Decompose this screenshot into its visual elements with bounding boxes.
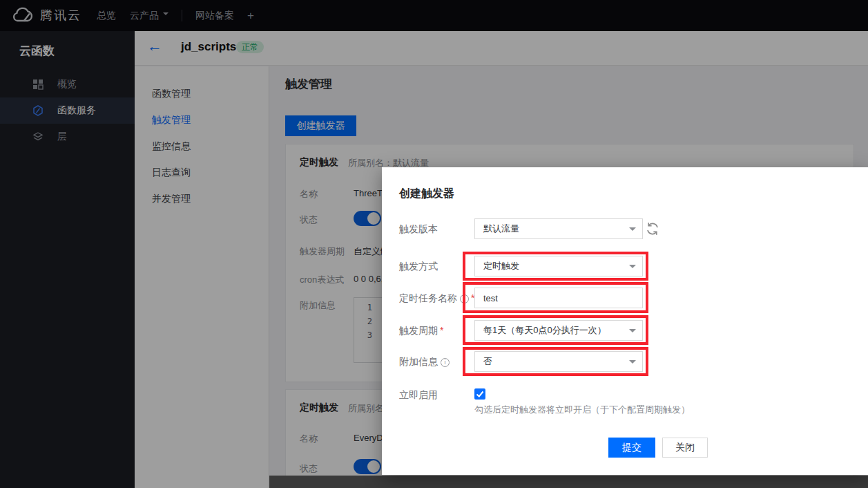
trigger-type-select[interactable]: 定时触发 xyxy=(474,256,643,276)
enable-helper-text: 勾选后定时触发器将立即开启（于下个配置周期触发） xyxy=(474,404,690,416)
chevron-down-icon xyxy=(629,227,636,231)
info-icon: i xyxy=(460,294,469,303)
submit-button[interactable]: 提交 xyxy=(608,438,655,458)
trigger-period-select[interactable]: 每1天（每天0点0分执行一次） xyxy=(474,320,643,341)
create-trigger-dialog: 创建触发器 触发版本 默认流量 触发方式 定时触发 定时任务名称i* 触发周期*… xyxy=(382,167,868,475)
enable-now-label: 立即启用 xyxy=(399,386,438,404)
dialog-title: 创建触发器 xyxy=(399,187,454,201)
console-screen: 腾讯云 总览 云产品 网站备案 + 云函数 概览 函数服务 xyxy=(0,0,868,488)
check-icon xyxy=(474,388,485,400)
info-icon: i xyxy=(441,358,450,367)
trigger-period-label: 触发周期* xyxy=(399,320,443,341)
task-name-label: 定时任务名称i* xyxy=(399,288,474,308)
required-marker: * xyxy=(440,325,443,336)
trigger-version-label: 触发版本 xyxy=(399,218,438,239)
trigger-type-label: 触发方式 xyxy=(399,256,438,276)
close-button[interactable]: 关闭 xyxy=(662,438,708,458)
chevron-down-icon xyxy=(629,360,636,364)
task-name-input[interactable] xyxy=(474,288,643,308)
attach-info-label: 附加信息i xyxy=(399,351,450,372)
chevron-down-icon xyxy=(629,329,636,332)
enable-now-checkbox[interactable] xyxy=(474,388,485,400)
refresh-icon[interactable] xyxy=(645,221,660,236)
trigger-version-select[interactable]: 默认流量 xyxy=(474,218,643,239)
chevron-down-icon xyxy=(629,265,636,268)
attach-info-select[interactable]: 否 xyxy=(474,351,643,372)
